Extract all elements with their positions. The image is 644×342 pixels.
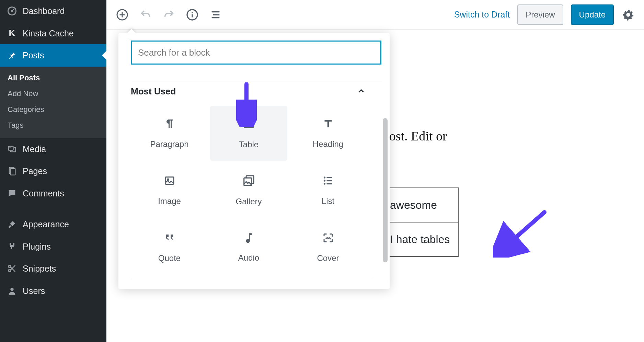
- svg-rect-20: [326, 180, 332, 182]
- block-search-input[interactable]: [131, 41, 381, 65]
- svg-point-11: [192, 12, 193, 13]
- sidebar-item-label: Dashboard: [23, 5, 65, 17]
- svg-rect-2: [9, 146, 13, 150]
- switch-to-draft-button[interactable]: Switch to Draft: [454, 10, 510, 20]
- sidebar-item-label: Snippets: [23, 263, 56, 274]
- add-block-button[interactable]: [115, 8, 129, 22]
- block-quote[interactable]: Quote: [131, 220, 208, 275]
- svg-rect-18: [326, 177, 332, 179]
- quote-icon: [163, 231, 176, 245]
- sidebar-item-dashboard[interactable]: Dashboard: [0, 0, 106, 22]
- sidebar-item-label: Pages: [23, 166, 47, 177]
- sidebar-item-label: Users: [23, 285, 45, 297]
- admin-sidebar: Dashboard K Kinsta Cache Posts All Posts…: [0, 0, 106, 342]
- brush-icon: [7, 219, 17, 229]
- block-label: Paragraph: [150, 139, 188, 149]
- block-label: Cover: [317, 253, 339, 263]
- sidebar-item-appearance[interactable]: Appearance: [0, 213, 106, 236]
- table-cell[interactable]: awesome: [381, 188, 458, 222]
- paragraph-icon: [163, 117, 176, 131]
- svg-point-19: [323, 180, 325, 181]
- block-label: Gallery: [235, 197, 262, 206]
- svg-point-17: [323, 176, 325, 178]
- block-grid: Paragraph Table Heading Image Gallery: [131, 106, 383, 275]
- svg-line-24: [502, 212, 544, 250]
- sidebar-item-comments[interactable]: Comments: [0, 182, 106, 205]
- sidebar-item-label: Comments: [23, 188, 64, 199]
- list-icon: [322, 174, 334, 188]
- sidebar-item-label: Appearance: [23, 219, 69, 230]
- sidebar-item-snippets[interactable]: Snippets: [0, 258, 106, 280]
- user-icon: [7, 286, 17, 296]
- sidebar-item-media[interactable]: Media: [0, 138, 106, 160]
- sidebar-item-label: Posts: [23, 50, 44, 61]
- block-table[interactable]: Table: [210, 106, 287, 161]
- block-heading[interactable]: Heading: [289, 106, 367, 161]
- pin-icon: [7, 50, 17, 60]
- update-button[interactable]: Update: [571, 4, 614, 25]
- redo-button[interactable]: [162, 8, 176, 22]
- svg-point-8: [10, 287, 13, 290]
- block-paragraph[interactable]: Paragraph: [131, 106, 208, 161]
- block-gallery[interactable]: Gallery: [210, 163, 287, 218]
- sidebar-sub-categories[interactable]: Categories: [0, 102, 106, 117]
- scissors-icon: [7, 263, 17, 274]
- sidebar-item-label: Plugins: [23, 241, 51, 252]
- cover-icon: [322, 231, 334, 245]
- preview-button[interactable]: Preview: [517, 4, 563, 25]
- sidebar-item-pages[interactable]: Pages: [0, 160, 106, 182]
- editor-topbar: Switch to Draft Preview Update: [106, 0, 644, 30]
- sidebar-item-label: Kinsta Cache: [23, 28, 74, 39]
- k-icon: K: [7, 28, 17, 38]
- sidebar-item-kinsta-cache[interactable]: K Kinsta Cache: [0, 22, 106, 45]
- sidebar-item-plugins[interactable]: Plugins: [0, 236, 106, 258]
- svg-rect-22: [326, 183, 332, 185]
- table-icon: [242, 117, 255, 132]
- block-label: Audio: [238, 253, 259, 263]
- chevron-up-icon[interactable]: [357, 87, 366, 97]
- block-cover[interactable]: Cover: [289, 220, 367, 275]
- svg-point-3: [10, 147, 11, 148]
- audio-icon: [243, 232, 255, 245]
- plug-icon: [7, 241, 17, 252]
- annotation-arrow-diagonal: [493, 209, 548, 258]
- block-label: Table: [239, 140, 258, 149]
- settings-button[interactable]: [621, 8, 635, 22]
- block-section-title: Most Used: [131, 86, 176, 97]
- svg-point-14: [167, 179, 169, 180]
- undo-button[interactable]: [139, 8, 152, 22]
- block-list[interactable]: List: [289, 163, 367, 218]
- block-label: Image: [158, 196, 181, 206]
- comments-icon: [7, 188, 17, 198]
- heading-icon: [322, 117, 334, 131]
- block-image[interactable]: Image: [131, 163, 208, 218]
- info-button[interactable]: [185, 8, 199, 22]
- sidebar-sub-all-posts[interactable]: All Posts: [0, 70, 106, 86]
- block-inserter-panel: Most Used Paragraph Table Heading: [118, 33, 390, 289]
- svg-point-21: [323, 183, 325, 184]
- gallery-icon: [242, 174, 255, 189]
- svg-rect-5: [10, 169, 15, 175]
- image-icon: [163, 174, 176, 188]
- svg-rect-12: [244, 120, 254, 127]
- block-audio[interactable]: Audio: [210, 220, 287, 275]
- panel-scrollbar[interactable]: [383, 118, 388, 262]
- pages-icon: [7, 166, 17, 176]
- sidebar-item-posts[interactable]: Posts: [0, 44, 106, 67]
- svg-point-1: [11, 10, 13, 12]
- block-label: List: [322, 196, 334, 206]
- dashboard-icon: [7, 6, 17, 16]
- sidebar-submenu-posts: All Posts Add New Categories Tags: [0, 67, 106, 138]
- outline-button[interactable]: [209, 8, 222, 22]
- block-label: Heading: [313, 139, 343, 149]
- sidebar-item-users[interactable]: Users: [0, 280, 106, 302]
- sidebar-sub-tags[interactable]: Tags: [0, 117, 106, 133]
- block-label: Quote: [158, 253, 181, 263]
- sidebar-item-label: Media: [23, 144, 46, 155]
- media-icon: [7, 144, 17, 154]
- sidebar-sub-add-new[interactable]: Add New: [0, 86, 106, 102]
- table-cell[interactable]: I hate tables: [381, 222, 458, 256]
